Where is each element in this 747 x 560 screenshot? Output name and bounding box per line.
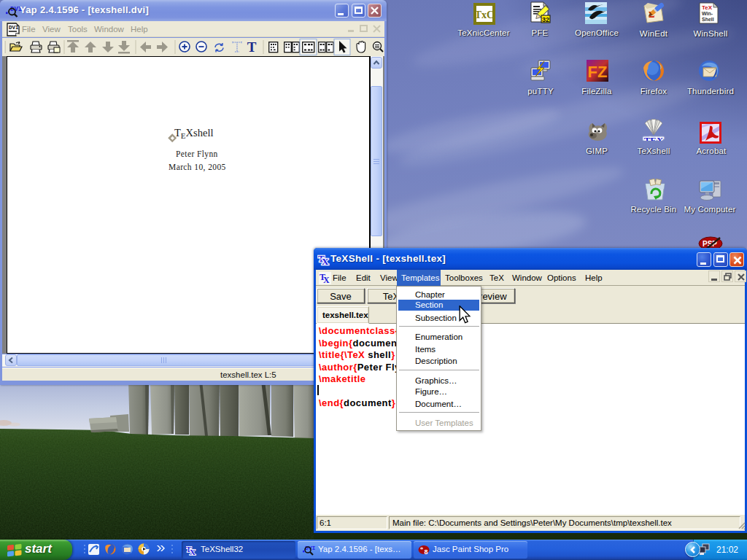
svg-text:Win-: Win- xyxy=(702,11,713,16)
svg-text:T: T xyxy=(247,39,257,55)
svg-text:X: X xyxy=(323,275,330,284)
svg-text:X: X xyxy=(190,548,196,556)
svg-text:DVI: DVI xyxy=(9,25,19,31)
svg-text:8: 8 xyxy=(424,548,427,556)
svg-text:TeX: TeX xyxy=(702,4,713,11)
svg-text:FZ: FZ xyxy=(588,63,608,81)
svg-text:TEX: TEX xyxy=(644,135,664,141)
svg-text:TxC: TxC xyxy=(475,9,494,20)
svg-text:32: 32 xyxy=(542,16,549,23)
svg-text:X: X xyxy=(322,256,329,266)
svg-text:Shell: Shell xyxy=(702,17,714,22)
